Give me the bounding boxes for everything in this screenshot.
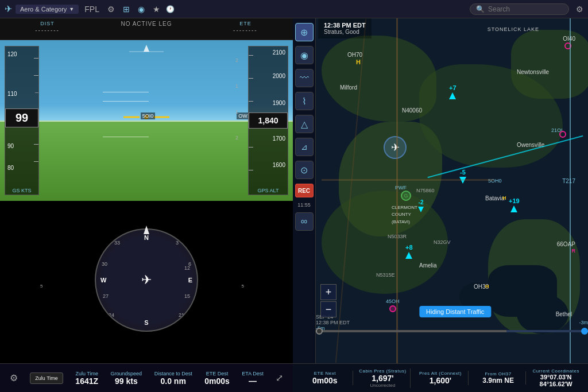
aero-category-badge[interactable]: Aero & Category ▼	[16, 5, 79, 14]
h-badge-batavia: H	[502, 195, 506, 201]
traffic-plus8: +8	[405, 244, 413, 259]
pitch-line-neg5	[103, 137, 149, 137]
map-weather: Stratus, Good	[324, 29, 366, 35]
signal-btn[interactable]: ⊿	[295, 138, 314, 156]
traffic-triangle-19	[510, 205, 517, 212]
expand-button[interactable]: ⤢	[276, 372, 283, 383]
coords-item: Current Coordinates 39°07.03'N 84°16.62'…	[528, 368, 583, 387]
star-icon-btn[interactable]: ★	[150, 3, 163, 15]
airport-circle-45oh	[389, 305, 396, 312]
rec-button[interactable]: REC	[295, 184, 314, 197]
map-timeline	[316, 324, 588, 338]
south-label: S	[144, 319, 148, 326]
traffic-alt-diff-7: +7	[449, 84, 457, 91]
map-time: 12:38 PM EDT	[324, 22, 366, 29]
terrain-6	[511, 30, 588, 99]
dist-dest-label: Distance to Dest	[154, 371, 192, 377]
top-bar-left: ✈ Aero & Category ▼ FPL ⚙ ⊞ ◉ ★ 🕐	[5, 3, 466, 15]
weather-btn[interactable]: 〰	[295, 69, 314, 87]
speed-tape: 120 110 100 90 80 99 GS KTS	[5, 46, 39, 195]
cabin-value: 1,697'	[372, 374, 393, 383]
ahrs-button[interactable]: Zulu Time	[30, 372, 63, 384]
hsi-dot-left: 5	[40, 284, 42, 289]
ete-dest-value: 0m00s	[204, 377, 230, 386]
alt-tape: 2100 2000 1900 1700 1600 1,840 200 GPS A…	[248, 46, 288, 195]
east-label: E	[188, 277, 192, 284]
orientation-icon-btn[interactable]: ◉	[136, 3, 147, 15]
h-badge-oh70: H	[356, 59, 361, 65]
timeline-track	[316, 330, 588, 332]
hsi-compass: N S E W 3 33 24 21 6 30 27 15 12 ✈	[95, 228, 198, 332]
layers-icon-btn[interactable]: ⊞	[121, 3, 132, 15]
cabin-label: Cabin Pres (Stratus)	[359, 368, 406, 374]
west-label: W	[100, 277, 106, 284]
search-box[interactable]: 🔍	[470, 3, 569, 15]
plane-icon: ✈	[5, 3, 12, 14]
gear-icon[interactable]: ⚙	[576, 5, 583, 14]
settings-button[interactable]: ⚙	[10, 372, 18, 383]
heading-bug	[141, 226, 152, 239]
bank-indicator	[129, 45, 164, 59]
zulu-value: 1641Z	[75, 377, 98, 386]
wing-right	[153, 117, 169, 118]
search-input[interactable]	[488, 5, 563, 13]
dist-dest-value: 0.0 nm	[160, 377, 185, 386]
aero-label: Aero & Category	[20, 6, 67, 13]
zoom-in-button[interactable]: +	[320, 284, 336, 300]
pres-alt-value: 1,600'	[430, 376, 451, 385]
groundspeed-item: Groundspeed 99 kts	[111, 371, 142, 386]
airport-circle-21oi	[559, 131, 566, 138]
main-content: DIST -------- NO ACTIVE LEG ETE --------	[0, 18, 588, 392]
ete-value: --------	[233, 27, 258, 33]
sidebar-time-label: 11:55	[297, 202, 311, 208]
search-icon: 🔍	[476, 5, 485, 13]
alt-tick-1700: 1700	[273, 135, 285, 142]
flight-header: DIST -------- NO ACTIVE LEG ETE --------	[0, 18, 293, 40]
hsi-area: N S E W 3 33 24 21 6 30 27 15 12 ✈	[89, 223, 204, 337]
airspace-btn[interactable]: △	[295, 115, 314, 133]
from-value: 3.9nm NE	[482, 377, 514, 385]
zoom-out-button[interactable]: −	[320, 301, 336, 317]
pin-btn[interactable]: ⊙	[295, 161, 314, 179]
alt-tick-2100: 2100	[273, 49, 285, 56]
leg-label: NO ACTIVE LEG	[121, 21, 172, 27]
link-btn[interactable]: ∞	[295, 212, 314, 231]
alt-tick-2000: 2000	[273, 73, 285, 79]
vsi-scale: 2 1 1 2	[235, 57, 247, 141]
dist-header: DIST --------	[35, 21, 60, 37]
alt-tick-1900: 1900	[273, 100, 285, 106]
wing-left	[123, 117, 140, 118]
speed-tick-90: 90	[7, 143, 14, 149]
airport-circle-pwf: G	[401, 191, 411, 201]
traffic-alt-diff-m2: -2	[419, 199, 424, 205]
ete-dest-label: ETE Dest	[206, 371, 229, 377]
pitch-line-10	[103, 92, 149, 92]
coords-value2: 84°16.62'W	[540, 381, 572, 387]
timeline-handle-left[interactable]	[316, 328, 323, 335]
dist-label: DIST	[40, 21, 55, 26]
compass-btn[interactable]: ⊕	[295, 23, 314, 41]
traffic-alt-diff-19: +19	[509, 197, 520, 204]
map-sidebar: ⊕ ◉ 〰 ⌇ △ ⊿ ⊙ REC 11:55 ∞	[293, 18, 316, 363]
zulu-label: Zulu Time	[75, 371, 98, 377]
eta-dest-item: ETA Dest —	[242, 371, 263, 386]
from-oh37-item: From OH37 3.9nm NE	[471, 371, 527, 385]
cabin-sub: Uncorrected	[370, 383, 396, 388]
pfd-area: 5OI0 OW172 120 110 100 90 80	[0, 40, 293, 363]
route-btn[interactable]: ⌇	[295, 92, 314, 110]
hsi-dot-right: 5	[242, 284, 244, 289]
map-header: 12:38 PM EDT Stratus, Good	[318, 18, 372, 38]
highway-vertical	[396, 18, 398, 363]
speed-value: 99	[5, 108, 38, 127]
layers-btn[interactable]: ◉	[295, 46, 314, 64]
settings-icon-btn[interactable]: ⚙	[105, 3, 117, 15]
timeline-handle-right[interactable]	[581, 328, 588, 335]
traffic-triangle-8	[405, 252, 412, 259]
traffic-triangle-m2	[418, 207, 424, 212]
map-bottom-bar: ETE Next 0m00s Cabin Pres (Stratus) 1,69…	[293, 363, 588, 392]
eta-dest-label: ETA Dest	[242, 371, 263, 377]
eta-dest-value: —	[249, 377, 257, 386]
fpl-button[interactable]: FPL	[82, 3, 102, 15]
cabin-pres-item: Cabin Pres (Stratus) 1,697' Uncorrected	[355, 368, 411, 388]
map-canvas[interactable]: ✈ 12:38 PM EDT Stratus, Good OH70 H Milf…	[293, 18, 588, 363]
